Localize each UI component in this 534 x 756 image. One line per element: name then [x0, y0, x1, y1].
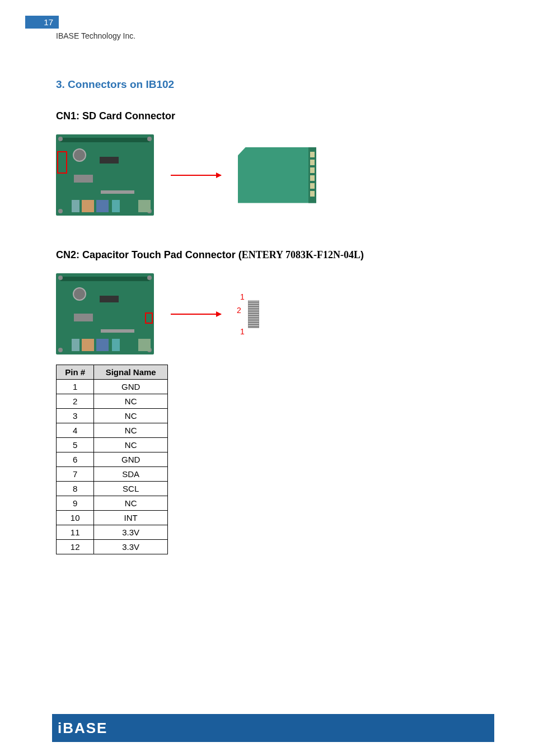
touch-connector-icon: 1 2 1: [238, 289, 266, 339]
cell-pin: 9: [57, 496, 94, 511]
cell-pin: 5: [57, 438, 94, 452]
col-signal: Signal Name: [94, 365, 168, 380]
cell-signal: 3.3V: [94, 540, 168, 554]
table-row: 10INT: [57, 511, 168, 525]
cn1-illustration: [56, 134, 493, 216]
cn2-heading-prefix: CN2: Capacitor Touch Pad Connector (: [56, 249, 242, 260]
cn2-heading-suffix: ): [360, 249, 364, 260]
cell-signal: NC: [94, 409, 168, 423]
cell-signal: NC: [94, 423, 168, 438]
cell-signal: SCL: [94, 482, 168, 496]
cn2-section: CN2: Capacitor Touch Pad Connector (ENTE…: [56, 249, 493, 554]
cell-pin: 12: [57, 540, 94, 554]
table-row: 2NC: [57, 394, 168, 409]
table-row: 5NC: [57, 438, 168, 452]
footer-bar: iBASE: [52, 714, 494, 742]
cell-pin: 3: [57, 409, 94, 423]
board-diagram: [56, 273, 154, 354]
footer-logo: iBASE: [58, 720, 107, 737]
cell-signal: GND: [94, 380, 168, 394]
table-row: 8SCL: [57, 482, 168, 496]
page-number: 17: [25, 16, 59, 29]
table-row: 113.3V: [57, 525, 168, 540]
cell-signal: NC: [94, 496, 168, 511]
cn2-illustration: 1 2 1: [56, 273, 493, 354]
cell-pin: 1: [57, 380, 94, 394]
col-pin: Pin #: [57, 365, 94, 380]
arrow-icon: [171, 175, 221, 176]
cell-pin: 2: [57, 394, 94, 409]
cn2-heading-part: ENTERY 7083K-F12N-04L: [242, 249, 360, 260]
cell-signal: INT: [94, 511, 168, 525]
cell-pin: 7: [57, 467, 94, 482]
section-heading: 3. Connectors on IB102: [56, 78, 493, 91]
cn1-heading: CN1: SD Card Connector: [56, 110, 493, 122]
pin-table: Pin # Signal Name 1GND2NC3NC4NC5NC6GND7S…: [56, 365, 168, 554]
board-diagram: [56, 134, 154, 216]
table-row: 7SDA: [57, 467, 168, 482]
table-row: 123.3V: [57, 540, 168, 554]
cell-signal: NC: [94, 394, 168, 409]
company-name: IBASE Technology Inc.: [56, 31, 135, 40]
table-row: 9NC: [57, 496, 168, 511]
table-row: 3NC: [57, 409, 168, 423]
cell-signal: SDA: [94, 467, 168, 482]
table-header-row: Pin # Signal Name: [57, 365, 168, 380]
table-row: 4NC: [57, 423, 168, 438]
cell-pin: 6: [57, 452, 94, 467]
cell-signal: NC: [94, 438, 168, 452]
cn2-highlight: [145, 312, 153, 324]
cell-signal: 3.3V: [94, 525, 168, 540]
cell-pin: 11: [57, 525, 94, 540]
arrow-icon: [171, 314, 221, 315]
cn2-heading: CN2: Capacitor Touch Pad Connector (ENTE…: [56, 249, 493, 261]
cn1-section: CN1: SD Card Connector: [56, 110, 493, 216]
pin-label-1: 1: [240, 292, 245, 301]
cell-pin: 10: [57, 511, 94, 525]
cell-pin: 4: [57, 423, 94, 438]
sd-card-icon: [238, 147, 316, 203]
pin-label-1b: 1: [240, 327, 245, 336]
table-row: 1GND: [57, 380, 168, 394]
page-content: 3. Connectors on IB102 CN1: SD Card Conn…: [56, 78, 493, 571]
cell-pin: 8: [57, 482, 94, 496]
table-row: 6GND: [57, 452, 168, 467]
pin-label-2: 2: [237, 306, 241, 315]
cn1-highlight: [57, 151, 67, 174]
cell-signal: GND: [94, 452, 168, 467]
